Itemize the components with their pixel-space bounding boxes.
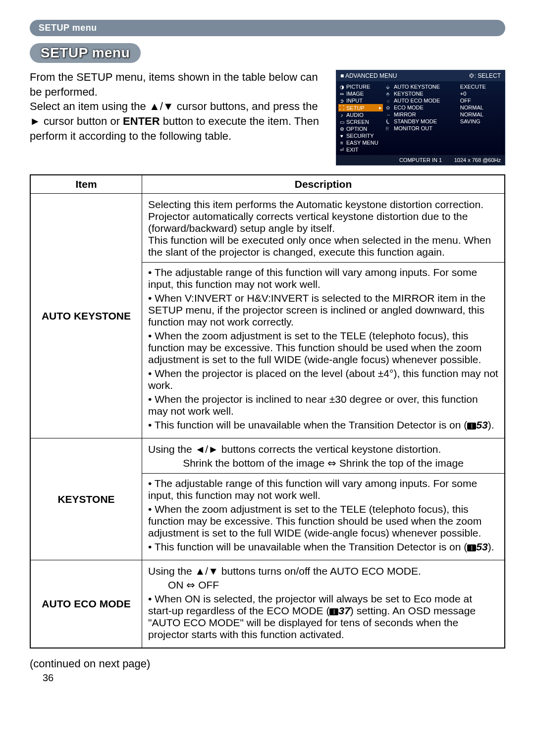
table-row: AUTO ECO MODE Using the ▲/▼ buttons turn… xyxy=(30,560,505,648)
osd-menu-item: ≡EASY MENU xyxy=(338,139,383,146)
audio-icon: ♪ xyxy=(339,112,344,118)
table-row: KEYSTONE Using the ◄/► buttons corrects … xyxy=(30,438,505,560)
auto-eco-icon: ☼ xyxy=(386,98,392,104)
input-icon: ➲ xyxy=(339,98,344,104)
section-pill-title: SETUP menu xyxy=(30,43,141,63)
easymenu-icon: ≡ xyxy=(339,140,344,146)
osd-menu-item: ♥SECURITY xyxy=(338,132,383,139)
security-icon: ♥ xyxy=(339,133,344,139)
osd-menu-item: ⏎EXIT xyxy=(338,146,383,153)
standby-icon: ⏾ xyxy=(386,119,392,124)
section-header: SETUP menu xyxy=(30,20,505,36)
desc-auto-keystone: Selecting this item performs the Automat… xyxy=(142,194,505,438)
setup-icon: ⛶ xyxy=(339,105,344,110)
osd-footer-source: COMPUTER IN 1 xyxy=(394,157,447,163)
settings-table: Item Description AUTO KEYSTONE Selecting… xyxy=(30,174,505,648)
osd-right-pane: ⬙AUTO KEYSTONE ⬘KEYSTONE ☼AUTO ECO MODE … xyxy=(385,81,505,155)
osd-footer-resolution: 1024 x 768 @60Hz xyxy=(447,157,501,163)
desc-auto-eco-mode: Using the ▲/▼ buttons turns on/off the A… xyxy=(142,560,505,648)
manual-ref-icon xyxy=(467,544,476,551)
eco-mode-icon: ✿ xyxy=(386,105,392,110)
item-auto-keystone: AUTO KEYSTONE xyxy=(30,194,142,438)
screen-icon: ▭ xyxy=(339,119,344,125)
desc-keystone: Using the ◄/► buttons corrects the verti… xyxy=(142,438,505,560)
mirror-icon: ↔ xyxy=(386,112,392,117)
osd-menu-item: ⇔IMAGE xyxy=(338,90,383,97)
image-icon: ⇔ xyxy=(339,91,344,97)
osd-menu-item: ▭SCREEN xyxy=(338,118,383,125)
continued-label: (continued on next page) xyxy=(30,657,505,670)
col-item-header: Item xyxy=(30,175,142,194)
exit-icon: ⏎ xyxy=(339,147,344,153)
item-auto-eco-mode: AUTO ECO MODE xyxy=(30,560,142,648)
manual-ref-icon xyxy=(329,608,338,615)
keystone-icon: ⬘ xyxy=(386,91,392,97)
osd-select-hint: ⯐: SELECT xyxy=(469,72,501,79)
col-desc-header: Description xyxy=(142,175,505,194)
intro-enter-label: ENTER xyxy=(123,115,160,127)
osd-menu-item: ◑PICTURE xyxy=(338,83,383,90)
osd-menu-item: ♪AUDIO xyxy=(338,111,383,118)
osd-menu-item: ➲INPUT xyxy=(338,97,383,104)
table-row: AUTO KEYSTONE Selecting this item perfor… xyxy=(30,194,505,438)
page-number: 36 xyxy=(43,672,505,684)
osd-screenshot: ■ ADVANCED MENU ⯐: SELECT ◑PICTURE ⇔IMAG… xyxy=(336,70,505,165)
osd-left-menu: ◑PICTURE ⇔IMAGE ➲INPUT ⛶SETUP▸ ♪AUDIO ▭S… xyxy=(336,81,385,155)
manual-ref-icon xyxy=(467,423,476,430)
item-keystone: KEYSTONE xyxy=(30,438,142,560)
osd-menu-item-selected: ⛶SETUP▸ xyxy=(338,104,383,111)
auto-keystone-icon: ⬙ xyxy=(386,84,392,90)
osd-menu-item: ⚙OPTION xyxy=(338,125,383,132)
picture-icon: ◑ xyxy=(339,84,344,90)
option-icon: ⚙ xyxy=(339,126,344,132)
osd-title: ■ ADVANCED MENU xyxy=(340,72,397,79)
intro-paragraph: From the SETUP menu, items shown in the … xyxy=(30,70,326,143)
monitor-out-icon: ⎘ xyxy=(386,126,392,131)
